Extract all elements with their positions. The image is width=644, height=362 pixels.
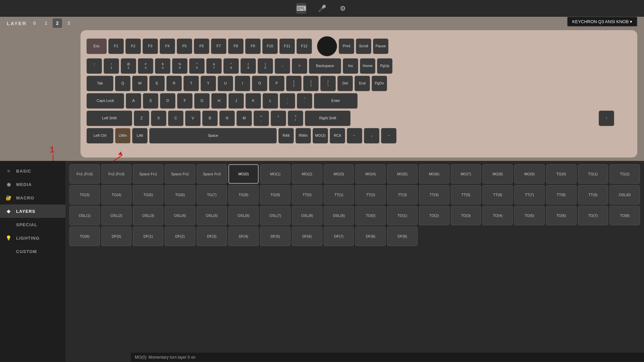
key-slash[interactable]: ?/: [288, 111, 303, 126]
device-selector[interactable]: KEYCHRON Q3 ANSI KNOB ▾: [567, 17, 637, 26]
grid-key-DF8[interactable]: DF(8): [355, 227, 386, 246]
grid-key-DF5[interactable]: DF(5): [260, 227, 290, 246]
key-e[interactable]: E: [149, 76, 165, 91]
grid-key-OSL3[interactable]: OSL(3): [133, 206, 163, 225]
key-end[interactable]: End: [355, 76, 370, 91]
key-h[interactable]: H: [211, 93, 227, 109]
key-a[interactable]: A: [126, 93, 141, 109]
key-home[interactable]: Home: [360, 58, 375, 74]
grid-key-TO4[interactable]: TO(4): [482, 206, 513, 225]
grid-key-TG3[interactable]: TG(3): [69, 185, 100, 204]
key-tab[interactable]: Tab: [87, 76, 113, 91]
grid-key-OSL0[interactable]: OSL(0): [609, 185, 640, 204]
key-j[interactable]: J: [228, 93, 244, 109]
key-ralt[interactable]: RAlt: [278, 128, 294, 143]
key-4[interactable]: $4: [155, 58, 170, 74]
key-f1[interactable]: F1: [108, 39, 124, 54]
key-v[interactable]: V: [185, 111, 201, 126]
grid-key-DF0[interactable]: DF(0): [101, 227, 132, 246]
grid-key-Fn2Fn3[interactable]: Fn2 (Fn3): [101, 164, 132, 184]
key-p[interactable]: P: [269, 76, 284, 91]
key-d[interactable]: D: [160, 93, 175, 109]
key-f11[interactable]: F11: [279, 39, 295, 54]
grid-key-TG5[interactable]: TG(5): [133, 185, 163, 204]
key-n[interactable]: N: [219, 111, 235, 126]
key-6[interactable]: ^6: [189, 58, 205, 74]
key-7[interactable]: &7: [206, 58, 222, 74]
key-lshift[interactable]: Left Shift: [87, 111, 132, 126]
grid-key-TT6[interactable]: TT(6): [482, 185, 513, 204]
grid-key-TO6[interactable]: TO(6): [546, 206, 577, 225]
grid-key-OSL4[interactable]: OSL(4): [165, 206, 195, 225]
key-rwin[interactable]: RWin: [296, 128, 311, 143]
keyboard-tab-icon[interactable]: ⌨: [296, 3, 307, 14]
key-s[interactable]: S: [143, 93, 158, 109]
grid-key-TT5[interactable]: TT(5): [451, 185, 481, 204]
key-up[interactable]: ↑: [599, 111, 614, 126]
key-f[interactable]: F: [177, 93, 193, 109]
key-f10[interactable]: F10: [262, 39, 278, 54]
grid-key-TT7[interactable]: TT(7): [514, 185, 545, 204]
settings-tab-icon[interactable]: ⚙: [337, 3, 348, 14]
grid-key-TG1[interactable]: TG(1): [578, 164, 608, 184]
grid-key-TG7[interactable]: TG(7): [197, 185, 227, 204]
key-semicolon[interactable]: :;: [280, 93, 295, 109]
key-period[interactable]: >.: [271, 111, 286, 126]
key-lalt[interactable]: LAlt: [132, 128, 148, 143]
key-f4[interactable]: F4: [160, 39, 175, 54]
grid-key-SpaceFn1[interactable]: Space Fn1: [133, 164, 163, 184]
grid-key-TO7[interactable]: TO(7): [578, 206, 608, 225]
key-c[interactable]: C: [168, 111, 183, 126]
grid-key-MO3[interactable]: MO(3): [324, 164, 354, 184]
grid-key-OSL6[interactable]: OSL(6): [228, 206, 259, 225]
key-lwin[interactable]: LWin: [115, 128, 130, 143]
grid-key-SpaceFn3[interactable]: Space Fn3: [197, 164, 227, 184]
grid-key-MO6[interactable]: MO(6): [419, 164, 449, 184]
key-space[interactable]: Space: [149, 128, 277, 143]
key-u[interactable]: U: [218, 76, 233, 91]
key-minus[interactable]: -: [275, 58, 290, 74]
key-g[interactable]: G: [194, 93, 210, 109]
key-2[interactable]: @2: [121, 58, 136, 74]
grid-key-TT1[interactable]: TT(1): [324, 185, 354, 204]
key-9[interactable]: (9: [240, 58, 256, 74]
layer-tab-0[interactable]: 0: [30, 18, 39, 28]
key-rctl[interactable]: RCtl: [330, 128, 345, 143]
key-w[interactable]: W: [132, 76, 148, 91]
grid-key-TG6[interactable]: TG(6): [165, 185, 195, 204]
key-i[interactable]: I: [235, 76, 250, 91]
key-right[interactable]: →: [381, 128, 396, 143]
key-equal[interactable]: =: [292, 58, 307, 74]
layer-tab-1[interactable]: 1: [41, 18, 51, 28]
grid-key-TO2[interactable]: TO(2): [419, 206, 449, 225]
sidebar-item-special[interactable]: SPECIAL: [0, 218, 65, 231]
grid-key-TT4[interactable]: TT(4): [419, 185, 449, 204]
grid-key-DF1[interactable]: DF(1): [133, 227, 163, 246]
key-1[interactable]: !1: [104, 58, 119, 74]
key-z[interactable]: Z: [134, 111, 149, 126]
key-capslock[interactable]: Caps Lock: [87, 93, 124, 109]
key-backslash[interactable]: |\: [320, 76, 336, 91]
grid-key-DF4[interactable]: DF(4): [228, 227, 259, 246]
grid-key-SpaceFn2[interactable]: Space Fn2: [165, 164, 195, 184]
key-f9[interactable]: F9: [245, 39, 261, 54]
grid-key-TT2[interactable]: TT(2): [355, 185, 386, 204]
grid-key-TT8[interactable]: TT(8): [546, 185, 577, 204]
grid-key-TT0[interactable]: TT(0): [292, 185, 322, 204]
key-b[interactable]: B: [202, 111, 218, 126]
grid-key-TT9[interactable]: TT(9): [578, 185, 608, 204]
grid-key-MO1[interactable]: MO(1): [260, 164, 290, 184]
key-rshift[interactable]: Right Shift: [305, 111, 351, 126]
grid-key-TG4[interactable]: TG(4): [101, 185, 132, 204]
key-left[interactable]: ←: [347, 128, 362, 143]
key-pgup[interactable]: PgUp: [377, 58, 392, 74]
grid-key-MO2[interactable]: MO(2): [292, 164, 322, 184]
key-t[interactable]: T: [183, 76, 199, 91]
grid-key-TO8[interactable]: TO(8): [609, 206, 640, 225]
key-comma[interactable]: <,: [254, 111, 269, 126]
key-mo3[interactable]: MO(3): [313, 128, 328, 143]
grid-key-TG9[interactable]: TG(9): [260, 185, 290, 204]
key-f6[interactable]: F6: [194, 39, 209, 54]
grid-key-OSL2[interactable]: OSL(2): [101, 206, 132, 225]
key-f2[interactable]: F2: [125, 39, 141, 54]
